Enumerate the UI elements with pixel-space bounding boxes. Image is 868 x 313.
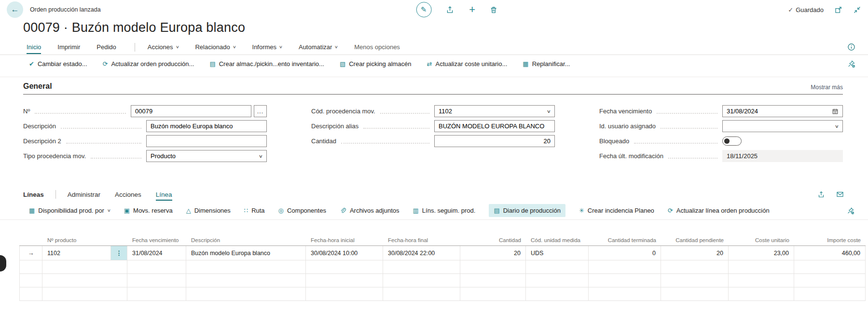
- action-componentes[interactable]: ◎ Componentes: [278, 207, 326, 214]
- field-cantidad-input[interactable]: 20: [434, 135, 555, 147]
- dotted-leader: [657, 113, 717, 114]
- cell-descripcion[interactable]: Buzón modelo Europa blanco: [186, 246, 306, 260]
- action-actualizar-coste[interactable]: ⇄ Actualizar coste unitario...: [427, 60, 508, 68]
- field-descripcion: Descripción Buzón modelo Europa blanco: [23, 120, 267, 132]
- field-usuario-asignado-select[interactable]: ∨: [722, 120, 843, 132]
- field-descripcion-2-input[interactable]: [146, 135, 267, 147]
- share-button[interactable]: [446, 5, 455, 14]
- lines-mail-button[interactable]: [836, 191, 844, 198]
- info-button[interactable]: [847, 43, 855, 51]
- cell-cantidad-terminada[interactable]: 0: [589, 246, 661, 260]
- field-cod-procedencia-select[interactable]: 1102 ∨: [434, 105, 555, 117]
- column-header[interactable]: Coste unitario: [729, 237, 794, 245]
- calendar-icon[interactable]: [832, 108, 839, 115]
- action-replanificar[interactable]: ▦ Replanificar...: [523, 60, 570, 68]
- column-header[interactable]: Fecha-hora inicial: [306, 237, 383, 245]
- action-crear-almac-picking[interactable]: ▤ Crear almac./pickin...ento inventario.…: [209, 60, 324, 68]
- back-button[interactable]: ←: [7, 1, 23, 18]
- pencil-icon: ✎: [421, 5, 427, 14]
- lines-tab-acciones[interactable]: Acciones: [115, 189, 141, 201]
- column-header[interactable]: Descripción: [186, 237, 306, 245]
- tab-inicio[interactable]: Inicio: [27, 41, 41, 54]
- cell-fecha-hora-inicial[interactable]: 30/08/2024 10:00: [306, 246, 383, 260]
- open-in-window-button[interactable]: [834, 6, 842, 14]
- row-selector-cell[interactable]: →: [19, 246, 42, 260]
- menu-informes[interactable]: Informes ∨: [252, 43, 282, 51]
- menu-acciones[interactable]: Acciones ∨: [148, 43, 179, 51]
- action-cambiar-estado[interactable]: ✔ Cambiar estado...: [29, 60, 87, 68]
- lines-tab-administrar[interactable]: Administrar: [68, 189, 100, 201]
- action-lins-seguimiento[interactable]: ▥ Líns. seguim. prod.: [413, 207, 476, 214]
- field-no: Nº 00079 ...: [23, 105, 267, 117]
- cell-cantidad-pendiente[interactable]: 20: [661, 246, 729, 260]
- column-header[interactable]: Fecha vencimiento: [127, 237, 186, 245]
- cell-importe-coste[interactable]: 460,00: [794, 246, 866, 260]
- table-row-empty[interactable]: [19, 274, 866, 287]
- action-ruta[interactable]: ∷ Ruta: [244, 207, 265, 214]
- pin-lines-button[interactable]: [847, 207, 854, 215]
- column-header[interactable]: Fecha-hora final: [383, 237, 460, 245]
- cell-unidad-medida[interactable]: UDS: [526, 246, 589, 260]
- cell-producto[interactable]: 1102: [42, 246, 111, 260]
- menu-automatizar[interactable]: Automatizar ∨: [299, 43, 338, 51]
- column-header[interactable]: Cantidad terminada: [589, 237, 661, 245]
- lines-tab-linea[interactable]: Línea: [156, 189, 172, 201]
- column-header[interactable]: Cód. unidad medida: [526, 237, 589, 245]
- cell-fecha-hora-final[interactable]: 30/08/2024 22:00: [383, 246, 460, 260]
- share-icon: [818, 191, 826, 198]
- field-no-input[interactable]: 00079: [131, 105, 251, 117]
- pin-actionbar-button[interactable]: [847, 60, 855, 68]
- field-descripcion-2-label: Descripción 2: [23, 137, 61, 145]
- refresh-icon: ⟳: [103, 60, 108, 68]
- field-fecha-modificacion: Fecha últ. modificación 18/11/2025: [599, 150, 843, 162]
- action-movs-reserva[interactable]: ▣ Movs. reserva: [124, 207, 173, 214]
- action-actualizar-linea[interactable]: ⟳ Actualizar línea orden producción: [668, 207, 770, 214]
- action-disponibilidad[interactable]: ▦ Disponibilidad prod. por ∨: [29, 207, 110, 214]
- column-header[interactable]: Cantidad pendiente: [661, 237, 729, 245]
- add-button[interactable]: +: [469, 3, 475, 16]
- action-crear-picking-almacen[interactable]: ▧ Crear picking almacén: [340, 60, 412, 68]
- cell-cantidad[interactable]: 20: [460, 246, 526, 260]
- field-descripcion-input[interactable]: Buzón modelo Europa blanco: [146, 120, 267, 132]
- field-tipo-procedencia-select[interactable]: Producto ∨: [146, 150, 267, 162]
- column-header[interactable]: Nº producto: [42, 237, 127, 245]
- tab-imprimir[interactable]: Imprimir: [57, 41, 80, 54]
- pin-icon: [847, 207, 854, 215]
- table-row[interactable]: → 1102 ⋮ 31/08/2024 Buzón modelo Europa …: [19, 246, 866, 260]
- cell-fecha-vencimiento[interactable]: 31/08/2024: [127, 246, 186, 260]
- tab-pedido[interactable]: Pedido: [96, 41, 116, 54]
- row-menu-cell[interactable]: ⋮: [111, 246, 127, 260]
- cell-coste-unitario[interactable]: 23,00: [729, 246, 794, 260]
- check-circle-icon: ✔: [29, 60, 34, 68]
- action-archivos-adjuntos[interactable]: Archivos adjuntos: [340, 207, 400, 214]
- field-descripcion-2: Descripción 2: [23, 135, 267, 147]
- no-assist-button[interactable]: ...: [254, 105, 267, 117]
- menos-opciones-button[interactable]: Menos opciones: [354, 43, 400, 51]
- mostrar-mas-link[interactable]: Mostrar más: [811, 84, 843, 91]
- table-row-empty[interactable]: [19, 287, 866, 301]
- action-diario-produccion[interactable]: ▤ Diario de producción: [489, 204, 565, 217]
- field-descripcion-alias-input[interactable]: BUZÓN MODELO EUROPA BLANCO: [434, 120, 555, 132]
- picking-icon: ▧: [340, 60, 345, 68]
- field-descripcion-alias-label: Descripción alias: [311, 122, 358, 130]
- action-command-bar: ✔ Cambiar estado... ⟳ Actualizar orden p…: [0, 55, 868, 72]
- action-actualizar-orden[interactable]: ⟳ Actualizar orden producción...: [103, 60, 194, 68]
- page-title: 00079 · Buzón modelo Europa blanco: [0, 19, 868, 35]
- collapse-arrows-icon: [853, 6, 861, 14]
- action-dimensiones[interactable]: △ Dimensiones: [186, 207, 231, 214]
- side-panel-handle[interactable]: [0, 255, 6, 272]
- menu-bar: Inicio Imprimir Pedido Acciones ∨ Relaci…: [0, 40, 868, 55]
- action-crear-incidencia[interactable]: ✳ Crear incidencia Planeo: [579, 207, 654, 214]
- edit-button[interactable]: ✎: [416, 2, 431, 17]
- ellipsis-icon: ...: [257, 108, 263, 115]
- column-header[interactable]: Cantidad: [460, 237, 526, 245]
- bloqueado-toggle[interactable]: [722, 136, 742, 146]
- delete-button[interactable]: [490, 6, 498, 14]
- lines-table: Nº producto Fecha vencimiento Descripció…: [19, 234, 866, 301]
- table-row-empty[interactable]: [19, 260, 866, 274]
- column-header[interactable]: Importe coste: [794, 237, 866, 245]
- collapse-button[interactable]: [853, 6, 861, 14]
- field-fecha-vencimiento-input[interactable]: 31/08/2024: [722, 105, 843, 117]
- menu-relacionado[interactable]: Relacionado ∨: [195, 43, 235, 51]
- lines-share-button[interactable]: [818, 191, 826, 198]
